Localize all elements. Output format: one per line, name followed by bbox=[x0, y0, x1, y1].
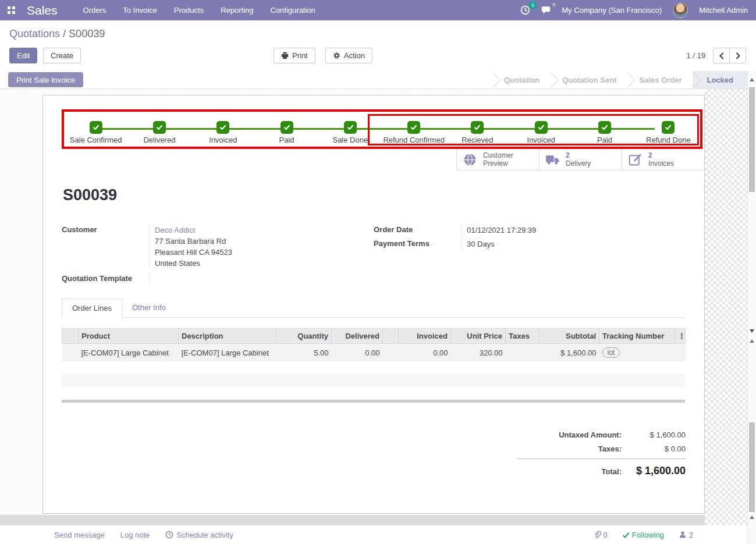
statusbar-step-sales-order[interactable]: Sales Order bbox=[627, 71, 693, 88]
column-unit-price[interactable]: Unit Price bbox=[451, 329, 506, 344]
attachments-button[interactable]: 0 bbox=[593, 531, 608, 539]
print-button[interactable]: Print bbox=[274, 48, 315, 63]
order-line-row[interactable]: [E-COM07] Large Cabinet [E-COM07] Large … bbox=[62, 344, 686, 362]
chatter-actions: Send message Log note Schedule activity bbox=[54, 531, 233, 539]
send-message-button[interactable]: Send message bbox=[54, 531, 105, 539]
field-group-right: Order Date 01/12/2021 17:29:39 Payment T… bbox=[374, 225, 686, 287]
column-taxes[interactable]: Taxes bbox=[506, 329, 540, 344]
menu-to-invoice[interactable]: To Invoice bbox=[123, 6, 157, 15]
optional-columns-icon[interactable]: ⋮ bbox=[675, 329, 686, 344]
statusbar-step-quotation-sent[interactable]: Quotation Sent bbox=[551, 71, 628, 88]
form-sheet: Sale Confirmed Delivered Invoiced Paid S… bbox=[42, 95, 705, 514]
scrollbar-thumb[interactable] bbox=[749, 87, 755, 192]
customer-link[interactable]: Deco Addict bbox=[155, 226, 195, 234]
column-tracking-number[interactable]: Tracking Number bbox=[599, 329, 675, 344]
company-switcher[interactable]: My Company (San Francisco) bbox=[562, 6, 662, 15]
top-menu: Orders To Invoice Products Reporting Con… bbox=[83, 6, 315, 15]
followers-button[interactable]: 2 bbox=[679, 531, 693, 539]
user-menu[interactable]: Mitchell Admin bbox=[699, 6, 748, 15]
statusbar-steps: Quotation Quotation Sent Sales Order Loc… bbox=[493, 71, 747, 88]
cell-quantity[interactable]: 5.00 bbox=[276, 344, 332, 362]
following-toggle[interactable]: Following bbox=[622, 531, 664, 539]
notebook-tabs: Order Lines Other Info bbox=[62, 298, 686, 318]
statusbar-step-locked[interactable]: Locked bbox=[693, 71, 747, 88]
customer-address-line2: Pleasant Hill CA 94523 bbox=[155, 248, 232, 257]
user-avatar[interactable] bbox=[673, 3, 688, 18]
odoo-sales-form-view: { "colors": { "accent_purple": "#7c7bad"… bbox=[0, 0, 756, 544]
cell-invoiced[interactable]: 0.00 bbox=[399, 344, 451, 362]
column-description[interactable]: Description bbox=[179, 329, 276, 344]
activity-menu-button[interactable]: 5 bbox=[520, 5, 530, 15]
column-product[interactable]: Product bbox=[79, 329, 179, 344]
empty-row bbox=[62, 387, 686, 400]
column-quantity[interactable]: Quantity bbox=[276, 329, 332, 344]
printer-icon bbox=[281, 52, 289, 59]
menu-products[interactable]: Products bbox=[174, 6, 204, 15]
horizontal-scrollbar-track[interactable] bbox=[0, 515, 705, 525]
untaxed-amount-value: $ 1,600.00 bbox=[622, 431, 686, 439]
tab-other-info[interactable]: Other Info bbox=[122, 298, 176, 317]
payment-terms-label: Payment Terms bbox=[374, 239, 461, 250]
messages-menu-button[interactable]: 5 bbox=[541, 6, 551, 15]
menu-configuration[interactable]: Configuration bbox=[271, 6, 315, 15]
scroll-up-arrow[interactable] bbox=[750, 515, 754, 519]
field-group-left: Customer Deco Addict 77 Santa Barbara Rd… bbox=[62, 225, 374, 287]
cell-unit-price[interactable]: 320.00 bbox=[451, 344, 506, 362]
pager-value[interactable]: 1 / 19 bbox=[686, 51, 705, 60]
customer-preview-button[interactable]: Customer Preview bbox=[456, 149, 539, 170]
row-handle bbox=[62, 344, 79, 362]
print-sale-invoice-button[interactable]: Print Sale Invoice bbox=[8, 72, 83, 87]
schedule-activity-button[interactable]: Schedule activity bbox=[165, 531, 233, 539]
customer-address-line3: United States bbox=[155, 259, 200, 268]
edit-button[interactable]: Edit bbox=[9, 48, 37, 63]
delivery-button[interactable]: 2 Delivery bbox=[539, 149, 622, 170]
cell-subtotal[interactable]: $ 1,600.00 bbox=[540, 344, 599, 362]
customer-field-label: Customer bbox=[62, 225, 149, 269]
attachment-count: 0 bbox=[604, 531, 608, 539]
truck-icon bbox=[545, 152, 560, 167]
empty-row bbox=[62, 374, 686, 387]
check-badge-icon bbox=[471, 121, 484, 134]
cell-description[interactable]: [E-COM07] Large Cabinet bbox=[179, 344, 276, 362]
print-button-label: Print bbox=[292, 51, 308, 60]
check-badge-icon bbox=[407, 121, 420, 134]
scroll-up-arrow[interactable] bbox=[750, 78, 754, 81]
chatter-toolbar: Send message Log note Schedule activity … bbox=[0, 525, 747, 544]
customer-address-line1: 77 Santa Barbara Rd bbox=[155, 237, 226, 246]
action-button[interactable]: Action bbox=[325, 48, 372, 63]
navbar-systray: 5 5 My Company (San Francisco) Mitchell … bbox=[520, 3, 756, 18]
log-note-button[interactable]: Log note bbox=[120, 531, 150, 539]
menu-reporting[interactable]: Reporting bbox=[221, 6, 253, 15]
record-title: S00039 bbox=[63, 186, 686, 204]
pager-previous-button[interactable] bbox=[713, 48, 730, 63]
create-button[interactable]: Create bbox=[43, 48, 81, 63]
vertical-scrollbar[interactable] bbox=[747, 71, 756, 544]
column-subtotal[interactable]: Subtotal bbox=[540, 329, 599, 344]
follower-count: 2 bbox=[689, 531, 693, 539]
statusbar: Print Sale Invoice Quotation Quotation S… bbox=[0, 71, 747, 89]
cell-delivered[interactable]: 0.00 bbox=[332, 344, 383, 362]
breadcrumb-quotations-link[interactable]: Quotations bbox=[9, 28, 60, 40]
scroll-up-arrow[interactable] bbox=[750, 339, 754, 343]
cell-taxes[interactable] bbox=[506, 344, 540, 362]
scrollbar-thumb[interactable] bbox=[749, 422, 755, 512]
smart-button-label: Invoices bbox=[648, 159, 674, 168]
total-label: Total: bbox=[517, 467, 622, 476]
control-panel-buttons: Edit Create Print Action 1 / 19 bbox=[9, 48, 746, 63]
column-invoiced[interactable]: Invoiced bbox=[399, 329, 451, 344]
column-delivered[interactable]: Delivered bbox=[332, 329, 383, 344]
pager-next-button[interactable] bbox=[729, 48, 746, 63]
invoices-button[interactable]: 2 Invoices bbox=[622, 149, 704, 170]
tab-order-lines[interactable]: Order Lines bbox=[62, 298, 122, 318]
progress-line bbox=[94, 128, 655, 130]
apps-menu-button[interactable] bbox=[0, 0, 22, 20]
smart-button-count: 2 bbox=[648, 151, 674, 159]
app-name[interactable]: Sales bbox=[27, 3, 58, 17]
menu-orders[interactable]: Orders bbox=[83, 6, 107, 15]
totals-panel: Untaxed Amount: $ 1,600.00 Taxes: $ 0.00… bbox=[517, 431, 686, 477]
cell-product[interactable]: [E-COM07] Large Cabinet bbox=[79, 344, 179, 362]
scroll-down-arrow[interactable] bbox=[750, 329, 754, 333]
tracking-lot-badge: lot bbox=[602, 347, 620, 358]
globe-icon bbox=[463, 152, 477, 167]
action-button-label: Action bbox=[344, 51, 365, 60]
